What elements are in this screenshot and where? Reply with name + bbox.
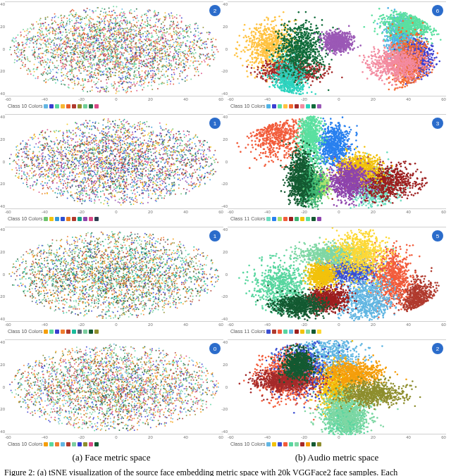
- tsne-canvas: [5, 2, 223, 97]
- tsne-plot: 1-60-40-20020406040200-20-40: [5, 227, 223, 322]
- x-axis-ticks: -60-40-200204060: [228, 210, 446, 214]
- legend-swatch: [300, 442, 304, 446]
- legend-swatch: [311, 104, 316, 108]
- legend-label: Class 11 Colors: [230, 329, 265, 334]
- legend-swatch: [44, 217, 48, 221]
- legend-swatch: [272, 442, 276, 446]
- panel-badge[interactable]: 1: [209, 118, 221, 129]
- legend-swatch: [94, 104, 99, 108]
- x-axis-ticks: -60-40-200204060: [5, 210, 223, 214]
- legend-swatch: [83, 330, 87, 334]
- legend-swatch: [317, 104, 321, 108]
- figure-2: 2-60-40-20020406040200-20-40Class 10 Col…: [0, 0, 451, 476]
- class-legend: Class 10 Colors: [230, 104, 446, 108]
- legend-swatch: [49, 104, 54, 108]
- legend-swatch: [94, 217, 99, 221]
- class-legend: Class 10 Colors: [8, 329, 223, 334]
- legend-swatch: [78, 330, 82, 334]
- legend-swatch: [72, 104, 76, 108]
- legend-swatch: [89, 330, 93, 334]
- legend-swatch: [283, 217, 288, 221]
- class-legend: Class 10 Colors: [8, 216, 223, 221]
- legend-label: Class 10 Colors: [8, 104, 42, 108]
- legend-swatch: [283, 442, 288, 446]
- legend-label: Class 10 Colors: [8, 216, 42, 221]
- panel-a-row1: 1-60-40-20020406040200-20-40Class 10 Col…: [5, 114, 223, 224]
- legend-swatch: [55, 217, 59, 221]
- legend-swatch: [278, 442, 282, 446]
- legend-swatch: [83, 217, 87, 221]
- y-axis-ticks: 40200-20-40: [221, 227, 228, 321]
- panel-badge[interactable]: 6: [432, 5, 443, 16]
- class-legend: Class 10 Colors: [8, 104, 223, 108]
- panel-row: 1-60-40-20020406040200-20-40Class 10 Col…: [0, 114, 451, 224]
- legend-swatch: [44, 330, 48, 334]
- legend-swatch: [300, 217, 304, 221]
- x-axis-ticks: -60-40-200204060: [228, 435, 446, 439]
- class-legend: Class 10 Colors: [8, 441, 223, 446]
- legend-swatch: [289, 104, 293, 108]
- figure-caption-line: Figure 2: (a) tSNE visualization of the …: [0, 468, 451, 476]
- legend-swatch: [83, 442, 87, 446]
- legend-swatch: [72, 217, 76, 221]
- legend-swatch: [289, 217, 293, 221]
- legend-swatch: [72, 442, 76, 446]
- panel-b-row3: 2-60-40-20020406040200-20-40Class 10 Col…: [228, 339, 446, 449]
- legend-swatch: [283, 104, 288, 108]
- legend-swatch: [295, 330, 299, 334]
- tsne-canvas: [228, 340, 446, 435]
- legend-swatch: [283, 330, 288, 334]
- legend-swatch: [61, 442, 65, 446]
- legend-swatch: [317, 442, 321, 446]
- panel-badge[interactable]: 5: [432, 230, 443, 242]
- y-axis-ticks: 40200-20-40: [0, 340, 5, 434]
- panel-badge[interactable]: 1: [209, 230, 221, 242]
- legend-label: Class 10 Colors: [230, 104, 265, 108]
- legend-swatch: [295, 217, 299, 221]
- legend-swatch: [55, 104, 59, 108]
- legend-swatch: [72, 330, 76, 334]
- panel-a-row3: 0-60-40-20020406040200-20-40Class 10 Col…: [5, 339, 223, 449]
- tsne-canvas: [228, 227, 446, 322]
- legend-swatch: [55, 330, 59, 334]
- legend-swatch: [66, 217, 70, 221]
- legend-swatch: [266, 104, 271, 108]
- legend-swatch: [317, 330, 321, 334]
- legend-swatch: [55, 442, 59, 446]
- legend-swatch: [278, 104, 282, 108]
- legend-swatch: [66, 442, 70, 446]
- legend-swatch: [306, 442, 310, 446]
- panel-badge[interactable]: 2: [209, 5, 221, 16]
- legend-swatch: [94, 330, 99, 334]
- x-axis-ticks: -60-40-200204060: [228, 97, 446, 101]
- tsne-plot: 2-60-40-20020406040200-20-40: [5, 1, 223, 96]
- panel-row: 0-60-40-20020406040200-20-40Class 10 Col…: [0, 339, 451, 449]
- legend-swatch: [61, 104, 65, 108]
- legend-swatch: [89, 104, 93, 108]
- x-axis-ticks: -60-40-200204060: [228, 322, 446, 327]
- tsne-canvas: [5, 115, 223, 210]
- tsne-plot: 3-60-40-20020406040200-20-40: [228, 114, 446, 209]
- legend-swatch: [306, 330, 310, 334]
- x-axis-ticks: -60-40-200204060: [5, 322, 223, 327]
- panel-badge[interactable]: 3: [432, 118, 443, 129]
- caption-a: (a) Face metric space: [73, 452, 151, 463]
- legend-label: Class 10 Colors: [8, 329, 42, 334]
- legend-swatch: [44, 104, 48, 108]
- y-axis-ticks: 40200-20-40: [0, 2, 5, 96]
- legend-swatch: [278, 217, 282, 221]
- legend-swatch: [300, 330, 304, 334]
- legend-swatch: [78, 442, 82, 446]
- x-axis-ticks: -60-40-200204060: [5, 435, 223, 439]
- class-legend: Class 11 Colors: [230, 329, 446, 334]
- legend-swatch: [266, 217, 271, 221]
- legend-label: Class 10 Colors: [8, 441, 42, 446]
- panel-badge[interactable]: 2: [432, 343, 443, 354]
- panel-b-row2: 5-60-40-20020406040200-20-40Class 11 Col…: [228, 227, 446, 337]
- panel-badge[interactable]: 0: [209, 343, 221, 354]
- legend-swatch: [272, 217, 276, 221]
- x-axis-ticks: -60-40-200204060: [5, 97, 223, 101]
- legend-swatch: [61, 217, 65, 221]
- legend-swatch: [289, 442, 293, 446]
- legend-swatch: [44, 442, 48, 446]
